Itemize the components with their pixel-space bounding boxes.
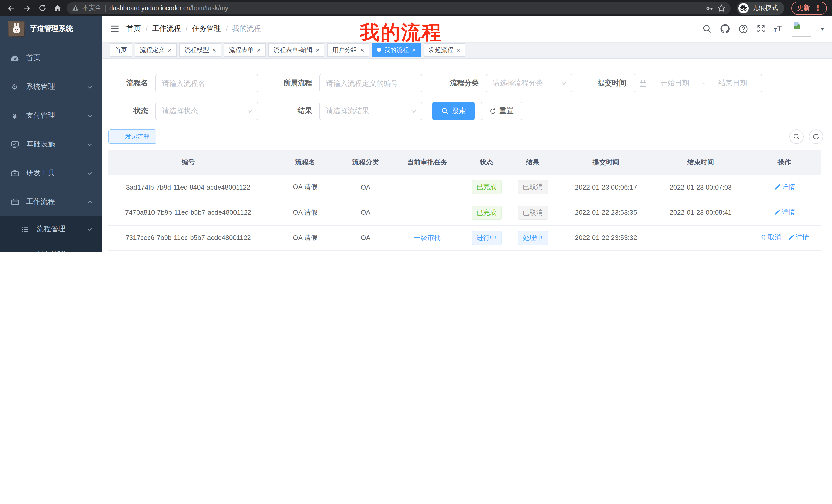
start-process-button[interactable]: ＋ 发起流程 <box>108 130 156 144</box>
refresh-icon <box>490 108 496 114</box>
close-icon[interactable]: × <box>316 47 319 53</box>
chevron-down-icon <box>87 142 93 147</box>
browser-back-icon[interactable] <box>5 2 18 14</box>
category-label: 流程分类 <box>433 79 479 88</box>
list-tree-icon <box>21 225 29 233</box>
incognito-icon <box>738 3 749 13</box>
search-button[interactable]: 搜索 <box>433 102 475 120</box>
col-end-time: 结束时间 <box>654 150 748 175</box>
chevron-down-icon <box>411 108 417 114</box>
briefcase-icon <box>10 198 19 206</box>
password-key-icon[interactable] <box>705 4 714 12</box>
github-icon[interactable] <box>720 24 730 34</box>
gear-icon: ⚙ <box>10 82 19 91</box>
chevron-down-icon <box>247 108 253 114</box>
active-dot-icon <box>377 48 381 52</box>
breadcrumb-workflow[interactable]: 工作流程 <box>152 24 181 33</box>
col-result: 结果 <box>507 150 558 175</box>
edit-pencil-icon <box>774 209 780 216</box>
help-icon[interactable] <box>738 24 748 34</box>
status-badge: 进行中 <box>471 230 502 245</box>
tab-1[interactable]: 流程定义× <box>135 43 177 57</box>
definition-label: 所属流程 <box>268 79 312 88</box>
cell-submit-time: 2022-01-22 23:51:15 <box>558 250 654 252</box>
process-name-input[interactable] <box>155 74 258 92</box>
show-search-button[interactable] <box>789 130 804 144</box>
close-icon[interactable]: × <box>412 47 416 53</box>
status-select[interactable]: 请选择状态 <box>155 102 258 120</box>
cell-id: 2152467e-7b9b-11ec-9a1b-acde48001122 <box>108 250 268 252</box>
cell-actions: 详情 <box>748 250 821 252</box>
sidebar-item-home[interactable]: 首页 <box>0 44 102 73</box>
security-warning-icon <box>72 5 79 11</box>
chevron-down-icon[interactable]: ▾ <box>821 25 824 32</box>
close-icon[interactable]: × <box>257 47 260 53</box>
detail-link[interactable]: 详情 <box>774 208 795 217</box>
cell-current-task <box>389 200 466 225</box>
incognito-label: 无痕模式 <box>752 4 778 12</box>
breadcrumb-task-mgmt[interactable]: 任务管理 <box>192 24 221 33</box>
browser-menu-icon[interactable]: ⋮ <box>814 5 821 11</box>
url-host: dashboard.yudao.iocoder.cn <box>109 4 190 11</box>
logo[interactable]: 芋道管理系统 <box>0 16 102 41</box>
sidebar-item-workflow[interactable]: 工作流程 <box>0 188 102 216</box>
col-actions: 操作 <box>748 150 821 175</box>
reset-button[interactable]: 重置 <box>481 102 522 120</box>
workflow-submenu: 流程管理 任务管理 我的流程 待办任务 <box>0 216 102 252</box>
cell-current-task <box>389 250 466 252</box>
update-label: 更新 <box>797 4 810 12</box>
close-icon[interactable]: × <box>457 47 460 53</box>
cell-category: OA <box>342 175 389 200</box>
close-icon[interactable]: × <box>167 47 172 53</box>
page-content: 流程名 所属流程 流程分类 请选择流程分类 提交时间 开始日期 <box>102 59 832 252</box>
nodes-icon <box>21 250 29 252</box>
current-task-link[interactable]: 一级审批 <box>414 233 441 241</box>
url-bar[interactable]: 不安全 dashboard.yudao.iocoder.cn/bpm/task/… <box>67 2 731 14</box>
sidebar-item-devtools[interactable]: 研发工具 <box>0 159 102 188</box>
update-button[interactable]: 更新 ⋮ <box>791 1 827 15</box>
cell-category: OA <box>342 200 389 225</box>
result-badge: 处理中 <box>518 230 548 245</box>
search-icon[interactable] <box>702 24 711 33</box>
sidebar-toggle-icon[interactable] <box>110 24 119 33</box>
cell-id: 7470a810-7b9b-11ec-b5b7-acde48001122 <box>108 200 268 225</box>
result-select[interactable]: 请选择流结果 <box>319 102 422 120</box>
sidebar-item-infrastructure[interactable]: 基础设施 <box>0 130 102 159</box>
logo-image <box>8 21 25 37</box>
date-range-picker[interactable]: 开始日期 - 结束日期 <box>633 74 762 92</box>
result-label: 结果 <box>268 106 312 116</box>
browser-forward-icon[interactable] <box>21 2 33 14</box>
result-badge: 已取消 <box>518 180 548 194</box>
col-id: 编号 <box>108 150 268 175</box>
detail-link[interactable]: 详情 <box>787 233 809 242</box>
breadcrumb-home[interactable]: 首页 <box>127 24 141 33</box>
definition-input[interactable] <box>319 74 422 92</box>
sidebar-item-process-mgmt[interactable]: 流程管理 <box>0 216 102 242</box>
status-badge: 已完成 <box>471 205 502 220</box>
tab-0[interactable]: 首页 <box>109 43 132 57</box>
sidebar-item-task-mgmt[interactable]: 任务管理 <box>0 242 102 252</box>
filter-form: 流程名 所属流程 流程分类 请选择流程分类 提交时间 开始日期 <box>102 59 832 120</box>
tab-3[interactable]: 流程表单× <box>224 43 266 57</box>
process-table: 编号 流程名 流程分类 当前审批任务 状态 结果 提交时间 结束时间 操作 <box>108 150 821 252</box>
dashboard-icon <box>10 54 19 62</box>
fullscreen-icon[interactable] <box>756 24 765 33</box>
close-icon[interactable]: × <box>360 47 364 53</box>
chevron-up-icon <box>87 199 93 205</box>
detail-link[interactable]: 详情 <box>774 183 795 192</box>
tab-4[interactable]: 流程表单-编辑× <box>268 43 325 57</box>
browser-home-icon[interactable] <box>51 2 64 14</box>
sidebar-item-payment[interactable]: ¥ 支付管理 <box>0 101 102 130</box>
yen-icon: ¥ <box>10 111 19 120</box>
font-size-icon[interactable]: TT <box>774 25 782 33</box>
browser-reload-icon[interactable] <box>36 2 48 14</box>
refresh-table-button[interactable] <box>809 130 823 144</box>
tab-2[interactable]: 流程模型× <box>179 43 221 57</box>
cell-current-task: 一级审批 <box>389 225 466 250</box>
sidebar-item-system[interactable]: ⚙ 系统管理 <box>0 73 102 101</box>
cancel-link[interactable]: 取消 <box>760 233 781 242</box>
avatar[interactable] <box>792 21 812 37</box>
bookmark-star-icon[interactable] <box>717 4 726 12</box>
close-icon[interactable]: × <box>212 47 216 53</box>
category-select[interactable]: 请选择流程分类 <box>486 74 572 92</box>
